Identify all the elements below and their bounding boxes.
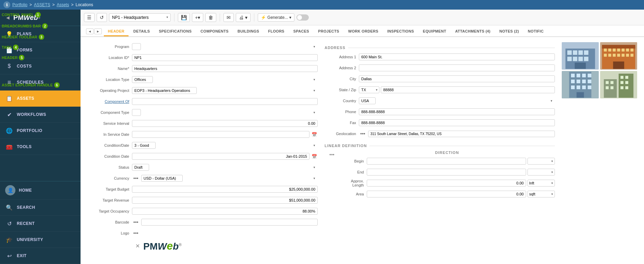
currency-select[interactable]: USD - Dollar (USA) xyxy=(141,175,183,182)
tab-specifications[interactable]: SPECIFICATIONS xyxy=(155,27,196,36)
tab-components[interactable]: COMPONENTS xyxy=(196,27,233,36)
building-image-3[interactable] xyxy=(562,71,599,98)
sidebar-item-portfolio[interactable]: 🌐 PORTFOLIO xyxy=(0,123,81,139)
sidebar-item-recent[interactable]: ↺ RECENT xyxy=(0,216,81,232)
sidebar-item-plans[interactable]: 💡 PLANS xyxy=(0,26,81,42)
sidebar-item-costs[interactable]: $ COSTS xyxy=(0,58,81,74)
barcode-dots-button[interactable]: ••• xyxy=(132,219,140,225)
city-input[interactable] xyxy=(359,75,555,82)
target-revenue-input[interactable] xyxy=(132,197,318,204)
back-arrow-icon[interactable]: ◄ xyxy=(5,15,11,21)
tab-attachments[interactable]: ATTACHMENTS (4) xyxy=(451,27,495,36)
component-of-label[interactable]: Component Of xyxy=(87,99,132,104)
building-image-2[interactable] xyxy=(600,42,637,70)
sidebar-item-search[interactable]: 🔍 SEARCH xyxy=(0,200,81,216)
area-input[interactable] xyxy=(367,191,526,197)
end-input1[interactable] xyxy=(367,169,526,176)
operating-project-select[interactable]: EOP3 - Headquarters Operations xyxy=(132,87,197,94)
sidebar-item-assets[interactable]: 📋 ASSETS xyxy=(0,91,81,107)
address2-input[interactable] xyxy=(359,64,555,71)
fax-row: Fax xyxy=(325,118,555,127)
sidebar-item-forms[interactable]: 📄 FORMS xyxy=(0,42,81,58)
address1-input[interactable] xyxy=(359,53,555,60)
program-select[interactable] xyxy=(132,43,141,50)
breadcrumb-portfolio[interactable]: Portfolio xyxy=(12,2,27,7)
next-arrow[interactable]: ► xyxy=(94,28,102,34)
tab-projects[interactable]: PROJECTS xyxy=(314,27,343,36)
svg-rect-34 xyxy=(588,74,592,77)
begin-unit-select[interactable] xyxy=(527,158,555,165)
state-zip-label: State / Zip xyxy=(325,88,359,92)
tab-floors[interactable]: FLOORS xyxy=(264,27,289,36)
sidebar-item-university[interactable]: 🎓 UNIVERSITY xyxy=(0,232,81,248)
delete-button[interactable]: 🗑 xyxy=(205,13,216,22)
condition-date2-calendar[interactable]: 📅 xyxy=(311,154,318,159)
begin-row: Begin xyxy=(339,157,555,166)
area-unit-select[interactable]: sqft xyxy=(527,191,555,197)
barcode-input[interactable] xyxy=(141,219,318,226)
email-button[interactable]: ✉ xyxy=(223,13,234,22)
sidebar-item-home[interactable]: 👤 HOME xyxy=(0,181,81,200)
tab-notific[interactable]: NOTIFIC xyxy=(524,27,548,36)
sidebar-item-workflows[interactable]: ✔ WORKFLOWS xyxy=(0,107,81,123)
breadcrumb-assets[interactable]: ASSETS xyxy=(34,2,50,7)
prev-arrow[interactable]: ◄ xyxy=(86,28,94,34)
svg-rect-23 xyxy=(613,54,616,57)
location-id-input[interactable] xyxy=(132,54,318,61)
component-of-input[interactable] xyxy=(132,98,318,105)
tab-details[interactable]: DETAILS xyxy=(129,27,154,36)
geolocation-dots-button[interactable]: ••• xyxy=(359,131,367,136)
svg-rect-54 xyxy=(625,81,628,84)
phone-input[interactable] xyxy=(359,108,555,115)
zip-input[interactable] xyxy=(381,86,555,93)
linear-dots-btn[interactable]: ••• xyxy=(328,151,336,201)
sidebar-item-tools[interactable]: 🧰 TOOLS xyxy=(0,139,81,155)
barcode-wrap: ••• xyxy=(132,219,318,226)
add-button[interactable]: +▾ xyxy=(192,13,203,22)
print-button[interactable]: 🖨 ▾ xyxy=(236,13,251,22)
in-service-date-calendar[interactable]: 📅 xyxy=(311,132,318,137)
sidebar-item-schedules[interactable]: ≡ SCHEDULES xyxy=(0,74,81,91)
state-select[interactable]: TX xyxy=(359,86,379,93)
target-occupancy-input[interactable] xyxy=(132,208,318,215)
location-type-select[interactable]: Offices xyxy=(132,76,153,83)
component-type-select[interactable] xyxy=(132,109,141,116)
country-select[interactable]: USA xyxy=(359,97,376,104)
tab-buildings[interactable]: BUILDINGS xyxy=(233,27,263,36)
content-area: ☰ ↺ NP1 - Headquarters 💾 +▾ 🗑 ✉ 🖨 ▾ ⚡ Ge… xyxy=(81,10,644,264)
logo-dots-button[interactable]: ••• xyxy=(132,230,140,236)
status-select[interactable]: Draft xyxy=(132,164,149,171)
condition-select[interactable]: 3 - Good xyxy=(132,142,156,149)
approx-length-unit-select[interactable]: lnft xyxy=(527,180,555,187)
begin-input1[interactable] xyxy=(367,158,526,165)
tab-header[interactable]: HEADER xyxy=(104,27,129,36)
tab-work-orders[interactable]: WORK ORDERS xyxy=(344,27,382,36)
end-unit-select[interactable] xyxy=(527,169,555,176)
toggle-switch[interactable] xyxy=(296,14,309,21)
record-select[interactable]: NP1 - Headquarters xyxy=(109,13,171,22)
undo-button[interactable]: ↺ xyxy=(97,13,107,22)
tab-equipment[interactable]: EQUIPMENT xyxy=(419,27,450,36)
tab-notes[interactable]: NOTES (2) xyxy=(495,27,523,36)
tab-inspections[interactable]: INSPECTIONS xyxy=(383,27,418,36)
service-interval-input[interactable] xyxy=(132,120,318,127)
fax-input[interactable] xyxy=(359,119,555,126)
fax-label: Fax xyxy=(325,121,359,125)
tab-spaces[interactable]: SPACES xyxy=(289,27,313,36)
condition-date2-input[interactable] xyxy=(132,153,309,160)
name-input[interactable] xyxy=(132,65,318,72)
building-image-4[interactable] xyxy=(600,71,637,98)
save-button[interactable]: 💾 xyxy=(178,13,190,22)
in-service-date-input[interactable] xyxy=(132,131,309,138)
geolocation-input[interactable] xyxy=(368,131,555,137)
generate-button[interactable]: ⚡ Generate... ▾ xyxy=(258,13,294,22)
breadcrumb-assets2[interactable]: Assets xyxy=(57,2,69,7)
tabs-bar: ◄ ► HEADER DETAILS SPECIFICATIONS COMPON… xyxy=(81,25,644,37)
approx-length-input[interactable] xyxy=(367,180,526,187)
target-budget-input[interactable] xyxy=(132,186,318,193)
building-image-1[interactable] xyxy=(562,42,599,70)
currency-dots-button[interactable]: ••• xyxy=(132,176,140,181)
list-view-button[interactable]: ☰ xyxy=(84,13,95,22)
logo-close-button[interactable]: ✕ xyxy=(135,243,140,249)
sidebar-item-exit[interactable]: ↩ EXIT xyxy=(0,248,81,264)
